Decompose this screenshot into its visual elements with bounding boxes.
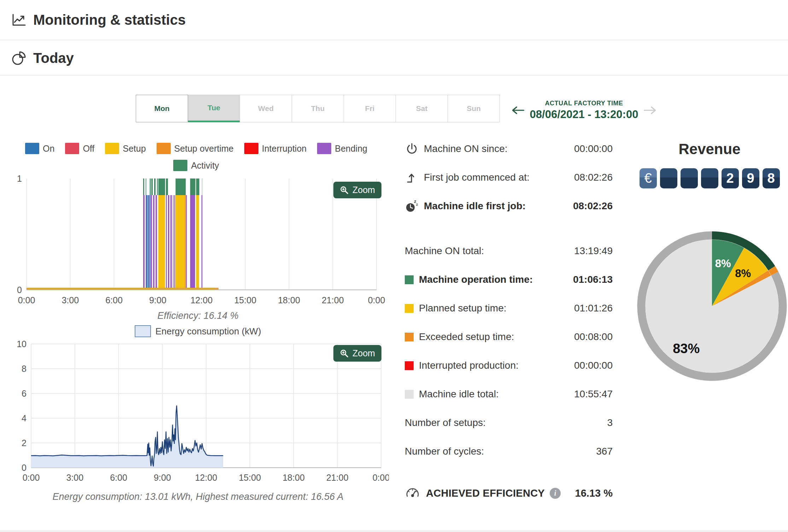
tab-sat[interactable]: Sat xyxy=(396,95,448,122)
legend-label: Bending xyxy=(335,144,367,154)
svg-text:0:00: 0:00 xyxy=(368,295,385,305)
stat-label: Planned setup time: xyxy=(419,303,507,314)
stat-label: First job commenced at: xyxy=(424,172,530,183)
svg-text:z: z xyxy=(416,203,418,206)
svg-text:4: 4 xyxy=(22,413,27,423)
page-header: Monitoring & statistics xyxy=(0,0,788,40)
legend-item-bending[interactable]: Bending xyxy=(317,143,367,154)
tab-wed[interactable]: Wed xyxy=(240,95,292,122)
energy-legend-label: Energy consumption (kW) xyxy=(155,326,261,337)
legend-item-interruption[interactable]: Interruption xyxy=(244,143,307,154)
svg-text:18:00: 18:00 xyxy=(278,295,300,305)
svg-text:3:00: 3:00 xyxy=(62,295,79,305)
svg-text:15:00: 15:00 xyxy=(239,473,261,483)
stat-value: 367 xyxy=(596,446,613,457)
legend-item-off[interactable]: Off xyxy=(65,143,94,154)
stat-label: Machine operation time: xyxy=(419,274,533,285)
tab-mon[interactable]: Mon xyxy=(136,95,188,122)
legend-label: Setup overtime xyxy=(174,144,234,154)
svg-text:2: 2 xyxy=(22,438,27,448)
achieved-efficiency-row: ACHIEVED EFFICIENCY i 16.13 % xyxy=(405,485,613,502)
revenue-digit-tile xyxy=(701,168,718,188)
factory-time-label: ACTUAL FACTORY TIME xyxy=(528,100,640,107)
stat-label: Exceeded setup time: xyxy=(419,331,514,343)
achieved-efficiency-value: 16.13 % xyxy=(575,487,613,499)
svg-text:3:00: 3:00 xyxy=(66,473,83,483)
revenue-title: Revenue xyxy=(635,141,784,158)
tab-fri[interactable]: Fri xyxy=(344,95,396,122)
magnifier-plus-icon xyxy=(340,349,349,358)
svg-text:1: 1 xyxy=(17,174,22,183)
revenue-digit-tile xyxy=(660,168,677,188)
stat-value: 13:19:49 xyxy=(574,245,613,257)
gauge-icon xyxy=(405,485,420,502)
stat-value: 00:00:00 xyxy=(574,143,613,154)
achieved-efficiency-label: ACHIEVED EFFICIENCY xyxy=(426,487,545,499)
machine-stats-panel: Machine ON since:00:00:00First job comme… xyxy=(405,139,613,470)
svg-text:6:00: 6:00 xyxy=(110,473,127,483)
machine-state-chart[interactable]: 100:003:006:009:0012:0015:0018:0021:000:… xyxy=(7,163,389,311)
revenue-currency-tile: € xyxy=(640,168,657,188)
legend-swatch-interruption xyxy=(244,143,258,154)
svg-text:8: 8 xyxy=(22,364,27,374)
svg-text:0: 0 xyxy=(17,285,22,295)
legend-swatch-on xyxy=(25,143,39,154)
page-title: Monitoring & statistics xyxy=(33,12,186,28)
stat-row: Planned setup time:01:01:26 xyxy=(405,298,613,318)
stat-row: Number of cycles:367 xyxy=(405,441,613,462)
stat-row: Machine operation time:01:06:13 xyxy=(405,269,613,290)
stat-row: zzMachine idle first job:08:02:26 xyxy=(405,196,613,216)
stat-value: 08:02:26 xyxy=(573,200,613,212)
revenue-digit-tile: 9 xyxy=(742,168,759,188)
legend-swatch-setup xyxy=(105,143,119,154)
info-icon[interactable]: i xyxy=(550,488,561,499)
legend-swatch-off xyxy=(65,143,79,154)
pie-label-planned_setup: 8% xyxy=(735,267,751,280)
stat-swatch-setup_overtime xyxy=(405,333,414,341)
svg-text:9:00: 9:00 xyxy=(149,295,167,305)
svg-text:0:00: 0:00 xyxy=(373,473,389,483)
stat-row: Machine ON total:13:19:49 xyxy=(405,241,613,261)
stat-label: Number of setups: xyxy=(405,417,486,428)
svg-text:12:00: 12:00 xyxy=(195,473,217,483)
energy-legend[interactable]: Energy consumption (kW) xyxy=(11,325,385,337)
next-day-arrow[interactable] xyxy=(640,103,660,118)
previous-day-arrow[interactable] xyxy=(508,103,528,118)
stat-value: 10:55:47 xyxy=(574,388,613,400)
legend-label: On xyxy=(43,144,54,154)
dashboard: Monitoring & statistics Today MonTueWedT… xyxy=(0,0,788,532)
pie-label-idle: 83% xyxy=(673,341,700,356)
stat-swatch-activity xyxy=(405,275,414,284)
legend-swatch-setup_overtime xyxy=(157,143,171,154)
stat-label: Machine idle first job: xyxy=(424,200,526,212)
pie-chart-icon xyxy=(11,50,27,66)
stat-value: 01:06:13 xyxy=(573,274,613,285)
revenue-digit-tile: 2 xyxy=(722,168,739,188)
tab-thu[interactable]: Thu xyxy=(292,95,344,122)
energy-chart-zoom-button[interactable]: Zoom xyxy=(333,345,381,362)
tab-sun[interactable]: Sun xyxy=(448,95,500,122)
svg-text:6: 6 xyxy=(22,388,27,398)
page-bottom-divider xyxy=(0,530,788,532)
legend-label: Interruption xyxy=(262,144,307,154)
magnifier-plus-icon xyxy=(340,186,349,195)
legend-item-setup_overtime[interactable]: Setup overtime xyxy=(157,143,234,154)
energy-legend-swatch xyxy=(135,325,151,337)
factory-time-value: 08/06/2021 - 13:20:00 xyxy=(528,108,640,121)
legend-item-setup[interactable]: Setup xyxy=(105,143,146,154)
factory-time-display: ACTUAL FACTORY TIME 08/06/2021 - 13:20:0… xyxy=(528,100,640,121)
revenue-digit-tile xyxy=(681,168,698,188)
tab-tue[interactable]: Tue xyxy=(188,95,240,122)
svg-text:9:00: 9:00 xyxy=(154,473,171,483)
svg-text:0: 0 xyxy=(22,463,27,473)
stat-label: Machine ON since: xyxy=(424,143,508,154)
legend-item-on[interactable]: On xyxy=(25,143,54,154)
stat-row: Interrupted production:00:00:00 xyxy=(405,355,613,376)
revenue-counter: €298 xyxy=(635,168,784,188)
svg-text:21:00: 21:00 xyxy=(326,473,349,483)
energy-consumption-chart[interactable]: 02468100:003:006:009:0012:0015:0018:0021… xyxy=(7,339,389,491)
stat-label: Number of cycles: xyxy=(405,446,484,457)
idle-clock-icon: zz xyxy=(405,199,424,213)
state-chart-zoom-button[interactable]: Zoom xyxy=(333,182,381,198)
stat-value: 08:02:26 xyxy=(574,172,613,183)
